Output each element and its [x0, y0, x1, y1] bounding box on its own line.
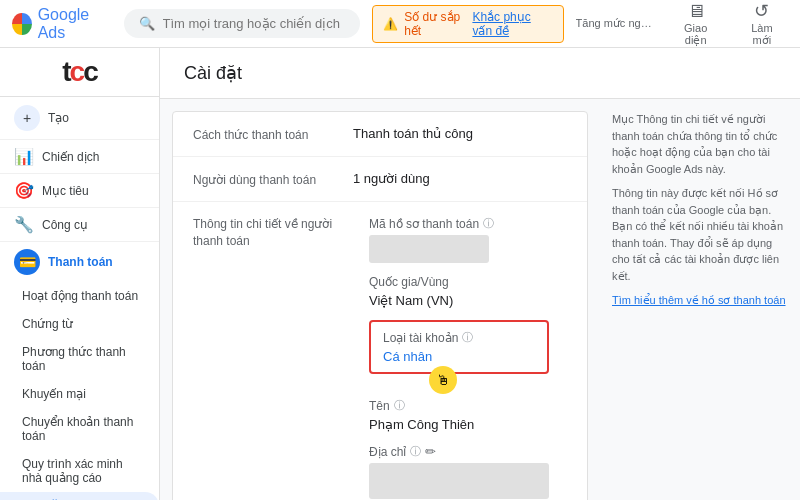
sidebar-sub-chung-tu[interactable]: Chứng từ — [0, 310, 159, 338]
hoat-dong-label: Hoạt động thanh toán — [22, 289, 138, 303]
detail-section-label-col: Thông tin chi tiết về người thanh toán — [193, 216, 353, 500]
khuyen-mai-label: Khuyến mại — [22, 387, 86, 401]
sidebar-sub-phuong-thuc[interactable]: Phương thức thanh toán — [0, 338, 159, 380]
search-input[interactable] — [163, 16, 346, 31]
chuyen-khoan-label: Chuyển khoản thanh toán — [22, 415, 145, 443]
address-group: Địa chỉ ⓘ ✏ — [369, 444, 567, 499]
quy-trinh-label: Quy trình xác minh nhà quảng cáo — [22, 457, 145, 485]
sidebar-item-muc-tieu[interactable]: 🎯 Mục tiêu — [0, 174, 159, 208]
payment-user-label: Người dùng thanh toán — [193, 171, 353, 187]
logo-area: Google Ads — [12, 6, 112, 42]
sidebar-item-cong-cu[interactable]: 🔧 Công cụ — [0, 208, 159, 242]
chien-dich-label: Chiến dịch — [42, 150, 99, 164]
payment-method-value: Thanh toán thủ công — [353, 126, 473, 141]
account-type-help-icon[interactable]: ⓘ — [462, 330, 473, 345]
payment-method-label: Cách thức thanh toán — [193, 126, 353, 142]
country-group: Quốc gia/Vùng Việt Nam (VN) — [369, 275, 567, 308]
tcc-logo: tcc — [62, 58, 96, 86]
giao-dien-label: Giao diện — [676, 22, 716, 47]
top-bar-right: ⚠️ Số dư sắp hết Khắc phục vấn đề Tăng m… — [372, 0, 788, 51]
chung-tu-label: Chứng từ — [22, 317, 73, 331]
tool-icon: 🔧 — [14, 215, 34, 234]
sidebar: tcc + Tạo 📊 Chiến dịch 🎯 Mục tiêu 🔧 Công… — [0, 48, 160, 500]
cursor-indicator: 🖱 — [429, 366, 457, 394]
refresh-icon: ↺ — [754, 0, 769, 22]
detail-section-label: Thông tin chi tiết về người thanh toán — [193, 216, 353, 250]
address-edit-icon[interactable]: ✏ — [425, 444, 436, 459]
account-type-section: Loại tài khoản ⓘ Cá nhân 🖱 — [369, 320, 567, 386]
goal-icon: 🎯 — [14, 181, 34, 200]
display-icon: 🖥 — [687, 1, 705, 22]
side-info-panel: Mục Thông tin chi tiết về người thanh to… — [600, 99, 800, 500]
search-icon: 🔍 — [139, 16, 155, 31]
payment-icon-circle: 💳 — [14, 249, 40, 275]
sidebar-item-tao[interactable]: + Tạo — [0, 97, 159, 140]
form-section: Cách thức thanh toán Thanh toán thủ công… — [172, 111, 588, 500]
name-help-icon[interactable]: ⓘ — [394, 398, 405, 413]
alert-link[interactable]: Khắc phục vấn đề — [472, 10, 552, 38]
main-content: Cài đặt Cách thức thanh toán Thanh toán … — [160, 48, 800, 500]
muc-tieu-label: Mục tiêu — [42, 184, 89, 198]
profile-code-masked — [369, 235, 489, 263]
sidebar-logo: tcc — [0, 48, 159, 97]
warning-icon: ⚠️ — [383, 17, 398, 31]
page-header: Cài đặt — [160, 48, 800, 99]
side-info-text1: Mục Thông tin chi tiết về người thanh to… — [612, 111, 788, 177]
sidebar-sub-chuyen-khoan[interactable]: Chuyển khoản thanh toán — [0, 408, 159, 450]
thanh-toan-label: Thanh toán — [48, 255, 113, 269]
address-help-icon[interactable]: ⓘ — [410, 444, 421, 459]
page-title: Cài đặt — [184, 63, 242, 83]
sidebar-sub-hoat-dong[interactable]: Hoạt động thanh toán — [0, 282, 159, 310]
name-group: Tên ⓘ Phạm Công Thiên — [369, 398, 567, 432]
alert-banner: ⚠️ Số dư sắp hết Khắc phục vấn đề — [372, 5, 563, 43]
app-title: Google Ads — [38, 6, 112, 42]
sidebar-sub-quy-trinh[interactable]: Quy trình xác minh nhà quảng cáo — [0, 450, 159, 492]
campaign-icon: 📊 — [14, 147, 34, 166]
payment-method-row: Cách thức thanh toán Thanh toán thủ công — [173, 112, 587, 157]
google-icon — [12, 13, 32, 35]
sidebar-item-thanh-toan[interactable]: 💳 Thanh toán — [0, 242, 159, 282]
address-label: Địa chỉ ⓘ ✏ — [369, 444, 567, 459]
top-bar: Google Ads 🔍 ⚠️ Số dư sắp hết Khắc phục … — [0, 0, 800, 48]
giao-dien-button[interactable]: 🖥 Giao diện — [668, 0, 724, 51]
name-label: Tên ⓘ — [369, 398, 567, 413]
side-info-text2: Thông tin này được kết nối Hồ sơ thanh t… — [612, 185, 788, 284]
payment-user-value: 1 người dùng — [353, 171, 430, 186]
sidebar-sub-khuyen-mai[interactable]: Khuyến mại — [0, 380, 159, 408]
lam-moi-label: Làm mới — [744, 22, 780, 47]
sidebar-item-chien-dich[interactable]: 📊 Chiến dịch — [0, 140, 159, 174]
payment-user-row: Người dùng thanh toán 1 người dùng — [173, 157, 587, 202]
account-type-box: Loại tài khoản ⓘ Cá nhân — [369, 320, 549, 374]
profile-code-group: Mã hồ sơ thanh toán ⓘ — [369, 216, 567, 263]
account-type-label: Loại tài khoản ⓘ — [383, 330, 535, 345]
side-info-link[interactable]: Tìm hiểu thêm về hồ sơ thanh toán — [612, 294, 786, 306]
layout: tcc + Tạo 📊 Chiến dịch 🎯 Mục tiêu 🔧 Công… — [0, 48, 800, 500]
country-label: Quốc gia/Vùng — [369, 275, 567, 289]
sidebar-item-cai-dat[interactable]: Cài đặt — [0, 492, 159, 500]
cong-cu-label: Công cụ — [42, 218, 88, 232]
profile-code-help-icon[interactable]: ⓘ — [483, 216, 494, 231]
detail-section: Thông tin chi tiết về người thanh toán M… — [173, 202, 587, 500]
name-value: Phạm Công Thiên — [369, 417, 567, 432]
profile-code-label: Mã hồ sơ thanh toán ⓘ — [369, 216, 567, 231]
detail-form-fields: Mã hồ sơ thanh toán ⓘ Quốc gia/Vùng Việt… — [369, 216, 567, 500]
country-value: Việt Nam (VN) — [369, 293, 567, 308]
boost-label: Tăng mức ngân sách bị giới hạn — [576, 17, 656, 30]
tao-icon-circle: + — [14, 105, 40, 131]
alert-text: Số dư sắp hết — [404, 10, 466, 38]
payment-icon: 💳 — [19, 254, 36, 270]
tao-label: Tạo — [48, 111, 69, 125]
search-box[interactable]: 🔍 — [124, 9, 361, 38]
phuong-thuc-label: Phương thức thanh toán — [22, 345, 145, 373]
account-type-value: Cá nhân — [383, 349, 535, 364]
lam-moi-button[interactable]: ↺ Làm mới — [736, 0, 788, 51]
plus-icon: + — [23, 110, 31, 126]
address-masked — [369, 463, 549, 499]
content-area: Cách thức thanh toán Thanh toán thủ công… — [160, 99, 800, 500]
